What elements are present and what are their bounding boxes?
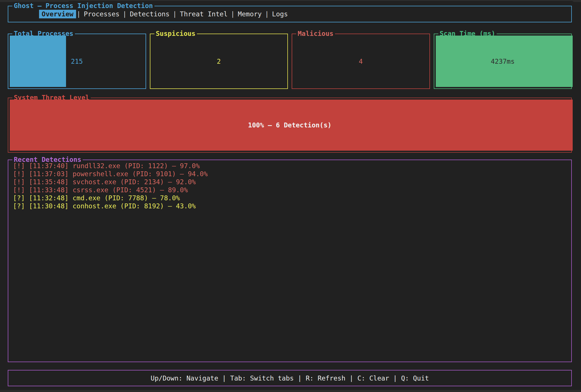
tab-threat-intel[interactable]: Threat Intel [177,10,230,18]
detection-row[interactable]: [?] [11:32:48] cmd.exe (PID: 7788) – 78.… [13,194,568,202]
stat-suspicious: Suspicious 2 [150,34,288,89]
threat-level-box: System Threat Level 100% – 6 Detection(s… [8,98,572,153]
tab-separator: | [264,10,270,18]
help-bar-box: Up/Down: Navigate | Tab: Switch tabs | R… [8,370,572,386]
help-bar-text: Up/Down: Navigate | Tab: Switch tabs | R… [8,374,571,382]
stat-malicious-label: Malicious [296,30,335,38]
detection-row[interactable]: [?] [11:30:48] conhost.exe (PID: 8192) –… [13,202,568,210]
detection-row[interactable]: [!] [11:35:48] svchost.exe (PID: 2134) –… [13,178,568,186]
tab-logs[interactable]: Logs [270,10,290,18]
tab-separator: | [76,10,81,18]
malicious-value: 4 [292,58,429,65]
detection-row[interactable]: [!] [11:33:48] csrss.exe (PID: 4521) – 8… [13,186,568,194]
stat-total-processes: Total Processes 215 [8,34,146,89]
suspicious-value: 2 [150,58,288,65]
threat-level-value: 100% – 6 Detection(s) [8,121,571,129]
tab-separator: | [230,10,235,18]
detections-list: [!] [11:37:40] rundll32.exe (PID: 1122) … [13,162,568,210]
tab-memory[interactable]: Memory [235,10,264,18]
tab-processes[interactable]: Processes [81,10,122,18]
scan-time-value: 4237ms [434,58,572,65]
stat-scan-time: Scan Time (ms) 4237ms [434,34,572,89]
detection-row[interactable]: [!] [11:37:40] rundll32.exe (PID: 1122) … [13,162,568,170]
tab-separator: | [122,10,127,18]
tab-bar: Overview|Processes|Detections|Threat Int… [15,3,290,25]
stats-row: Total Processes 215 Suspicious 2 Malicio… [8,34,572,89]
app-screen: Ghost – Process Injection Detection Over… [0,0,581,392]
title-bar-box: Ghost – Process Injection Detection Over… [8,6,572,22]
tab-separator: | [172,10,177,18]
detection-row[interactable]: [!] [11:37:03] powershell.exe (PID: 9101… [13,170,568,178]
stat-suspicious-label: Suspicious [154,30,197,38]
tab-detections[interactable]: Detections [127,10,172,18]
total-processes-value: 215 [8,58,146,65]
stat-malicious: Malicious 4 [292,34,430,89]
window-chrome-bottom [0,389,581,392]
recent-detections-box: Recent Detections [!] [11:37:40] rundll3… [8,160,572,362]
tab-overview[interactable]: Overview [39,10,76,18]
